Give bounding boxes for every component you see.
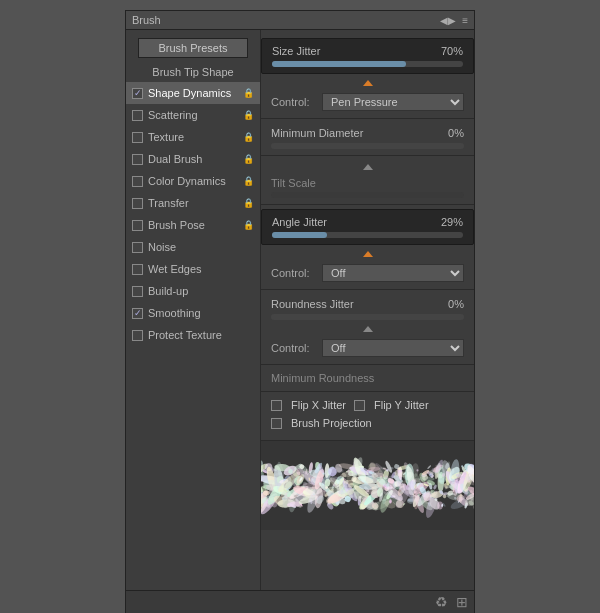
sidebar-item-wet-edges[interactable]: Wet Edges <box>126 258 260 280</box>
flip-checkboxes-row: Flip X Jitter Flip Y Jitter <box>261 396 474 414</box>
angle-jitter-track[interactable] <box>272 232 463 238</box>
panel-body: Brush Presets Brush Tip Shape ✓Shape Dyn… <box>126 30 474 590</box>
control-label-1: Control: <box>271 96 316 108</box>
sidebar-item-build-up[interactable]: Build-up <box>126 280 260 302</box>
size-jitter-label: Size Jitter <box>272 45 320 57</box>
sidebar-item-shape-dynamics[interactable]: ✓Shape Dynamics🔒 <box>126 82 260 104</box>
flip-y-item[interactable]: Flip Y Jitter <box>354 399 429 411</box>
size-jitter-control-select[interactable]: Pen Pressure Off Fade Pen Tilt <box>322 93 464 111</box>
angle-jitter-triangle <box>363 251 373 257</box>
angle-jitter-fill <box>272 232 327 238</box>
size-jitter-track[interactable] <box>272 61 463 67</box>
flip-x-item[interactable]: Flip X Jitter <box>271 399 346 411</box>
angle-jitter-control-row: Control: Off Fade Pen Pressure Pen Tilt <box>261 261 474 285</box>
panel-controls: ◀▶ ≡ <box>440 15 468 26</box>
checkbox-1[interactable] <box>132 110 143 121</box>
tilt-scale-triangle <box>363 164 373 170</box>
divider-2 <box>261 155 474 156</box>
divider-5 <box>261 364 474 365</box>
size-jitter-control-row: Control: Pen Pressure Off Fade Pen Tilt <box>261 90 474 114</box>
sidebar-item-transfer[interactable]: Transfer🔒 <box>126 192 260 214</box>
brush-panel: Brush ◀▶ ≡ Brush Presets Brush Tip Shape… <box>125 10 475 613</box>
sidebar-label-1: Scattering <box>148 109 198 121</box>
min-diameter-track[interactable] <box>271 143 464 149</box>
panel-menu-icon[interactable]: ≡ <box>462 15 468 26</box>
bottom-icon-grid[interactable]: ⊞ <box>456 594 468 610</box>
lock-icon-5: 🔒 <box>243 198 254 208</box>
control-label-2: Control: <box>271 267 316 279</box>
roundness-jitter-row: Roundness Jitter 0% <box>261 294 474 314</box>
flip-y-checkbox[interactable] <box>354 400 365 411</box>
sidebar-item-color-dynamics[interactable]: Color Dynamics🔒 <box>126 170 260 192</box>
sidebar-item-dual-brush[interactable]: Dual Brush🔒 <box>126 148 260 170</box>
content-area: Size Jitter 70% Control: Pen Pressure Of… <box>261 30 474 590</box>
roundness-jitter-track[interactable] <box>271 314 464 320</box>
sidebar-label-5: Transfer <box>148 197 189 209</box>
tilt-scale-slider-container <box>261 192 474 200</box>
roundness-jitter-slider-container <box>261 314 474 322</box>
brush-tip-shape-label: Brush Tip Shape <box>126 66 260 78</box>
divider-1 <box>261 118 474 119</box>
size-jitter-fill <box>272 61 406 67</box>
checkbox-10[interactable]: ✓ <box>132 308 143 319</box>
brush-projection-checkbox[interactable] <box>271 418 282 429</box>
roundness-control-select[interactable]: Off Fade Pen Pressure <box>322 339 464 357</box>
min-diameter-slider-container <box>261 143 474 151</box>
sidebar-items-list: ✓Shape Dynamics🔒Scattering🔒Texture🔒Dual … <box>126 82 260 346</box>
tilt-scale-label: Tilt Scale <box>261 174 474 192</box>
angle-jitter-label-row: Angle Jitter 29% <box>272 216 463 228</box>
min-diameter-value: 0% <box>434 127 464 139</box>
sidebar-label-11: Protect Texture <box>148 329 222 341</box>
lock-icon-4: 🔒 <box>243 176 254 186</box>
sidebar-label-9: Build-up <box>148 285 188 297</box>
sidebar-label-4: Color Dynamics <box>148 175 226 187</box>
sidebar-item-scattering[interactable]: Scattering🔒 <box>126 104 260 126</box>
divider-3 <box>261 204 474 205</box>
control-label-3: Control: <box>271 342 316 354</box>
angle-jitter-value: 29% <box>433 216 463 228</box>
roundness-jitter-label: Roundness Jitter <box>271 298 354 310</box>
checkbox-9[interactable] <box>132 286 143 297</box>
brush-preview-canvas <box>261 451 474 521</box>
angle-jitter-control-select[interactable]: Off Fade Pen Pressure Pen Tilt <box>322 264 464 282</box>
sidebar-label-6: Brush Pose <box>148 219 205 231</box>
checkbox-5[interactable] <box>132 198 143 209</box>
flip-x-label: Flip X Jitter <box>291 399 346 411</box>
sidebar-label-10: Smoothing <box>148 307 201 319</box>
sidebar-item-protect-texture[interactable]: Protect Texture <box>126 324 260 346</box>
checkbox-7[interactable] <box>132 242 143 253</box>
checkbox-4[interactable] <box>132 176 143 187</box>
lock-icon-2: 🔒 <box>243 132 254 142</box>
tilt-scale-track <box>271 192 464 198</box>
flip-y-label: Flip Y Jitter <box>374 399 429 411</box>
brush-projection-item[interactable]: Brush Projection <box>271 417 372 429</box>
flip-x-checkbox[interactable] <box>271 400 282 411</box>
lock-icon-1: 🔒 <box>243 110 254 120</box>
panel-collapse-icon[interactable]: ◀▶ <box>440 15 456 26</box>
checkbox-0[interactable]: ✓ <box>132 88 143 99</box>
angle-jitter-label: Angle Jitter <box>272 216 327 228</box>
brush-projection-label: Brush Projection <box>291 417 372 429</box>
bottom-icon-recycle[interactable]: ♻ <box>435 594 448 610</box>
checkbox-6[interactable] <box>132 220 143 231</box>
size-jitter-triangle <box>363 80 373 86</box>
sidebar-label-0: Shape Dynamics <box>148 87 231 99</box>
size-jitter-section: Size Jitter 70% <box>261 38 474 74</box>
min-diameter-row: Minimum Diameter 0% <box>261 123 474 143</box>
lock-icon-0: 🔒 <box>243 88 254 98</box>
checkbox-2[interactable] <box>132 132 143 143</box>
brush-preview-area <box>261 440 474 530</box>
sidebar-item-noise[interactable]: Noise <box>126 236 260 258</box>
checkbox-11[interactable] <box>132 330 143 341</box>
sidebar-item-smoothing[interactable]: ✓Smoothing <box>126 302 260 324</box>
sidebar-item-brush-pose[interactable]: Brush Pose🔒 <box>126 214 260 236</box>
brush-presets-button[interactable]: Brush Presets <box>138 38 248 58</box>
roundness-control-row: Control: Off Fade Pen Pressure <box>261 336 474 360</box>
min-diameter-label: Minimum Diameter <box>271 127 363 139</box>
sidebar-label-2: Texture <box>148 131 184 143</box>
sidebar-label-8: Wet Edges <box>148 263 202 275</box>
sidebar-item-texture[interactable]: Texture🔒 <box>126 126 260 148</box>
checkbox-3[interactable] <box>132 154 143 165</box>
divider-6 <box>261 391 474 392</box>
checkbox-8[interactable] <box>132 264 143 275</box>
